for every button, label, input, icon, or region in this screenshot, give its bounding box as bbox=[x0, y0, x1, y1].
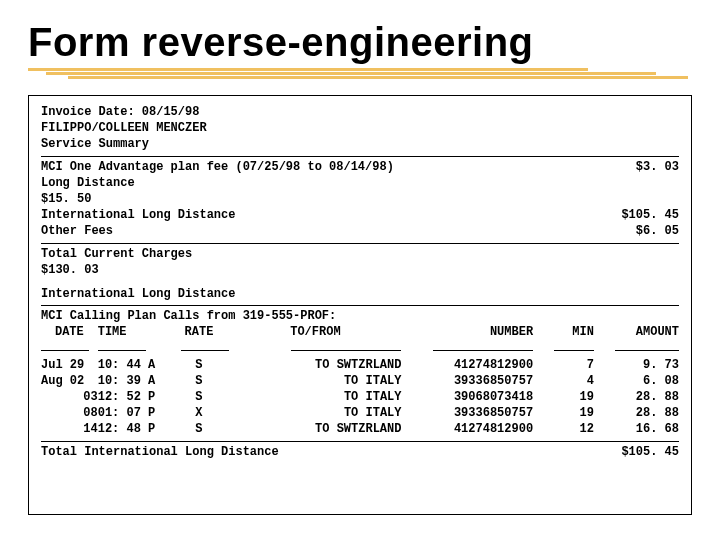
cell-amount: 16. 68 bbox=[594, 421, 679, 437]
cell-tofrom: TO ITALY bbox=[229, 405, 401, 421]
cell-number: 41274812900 bbox=[401, 357, 533, 373]
ild-total-row: Total International Long Distance $105. … bbox=[41, 444, 679, 460]
cell-date: 14 bbox=[41, 421, 98, 437]
spacer bbox=[41, 278, 679, 286]
cell-rate: S bbox=[169, 421, 230, 437]
fee-row: $15. 50 bbox=[41, 191, 679, 207]
fee-label: International Long Distance bbox=[41, 207, 621, 223]
ild-section-label: International Long Distance bbox=[41, 286, 679, 302]
cell-date: 08 bbox=[41, 405, 98, 421]
cell-amount: 6. 08 bbox=[594, 373, 679, 389]
slide: Form reverse-engineering Invoice Date: 0… bbox=[0, 0, 720, 540]
cell-min: 12 bbox=[533, 421, 594, 437]
table-row: 1412: 48 PSTO SWTZRLAND412748129001216. … bbox=[41, 421, 679, 437]
fee-label: MCI One Advantage plan fee (07/25/98 to … bbox=[41, 159, 636, 175]
accent-underline bbox=[28, 68, 692, 78]
cell-time: 12: 48 P bbox=[98, 421, 169, 437]
customer-name: FILIPPO/COLLEEN MENCZER bbox=[41, 120, 679, 136]
ild-total-label: Total International Long Distance bbox=[41, 444, 621, 460]
cell-time: 12: 52 P bbox=[98, 389, 169, 405]
cell-date: 03 bbox=[41, 389, 98, 405]
cell-amount: 9. 73 bbox=[594, 357, 679, 373]
cell-rate: S bbox=[169, 389, 230, 405]
cell-min: 7 bbox=[533, 357, 594, 373]
calls-table: DATE TIME RATE TO/FROM NUMBER MIN AMOUNT bbox=[41, 324, 679, 437]
table-row: Jul 2910: 44 ASTO SWTZRLAND4127481290079… bbox=[41, 357, 679, 373]
col-rate: RATE bbox=[169, 324, 230, 340]
calls-source-line: MCI Calling Plan Calls from 319-555-PROF… bbox=[41, 308, 679, 324]
col-time: TIME bbox=[98, 324, 169, 340]
col-tofrom: TO/FROM bbox=[229, 324, 401, 340]
cell-time: 10: 44 A bbox=[98, 357, 169, 373]
divider bbox=[41, 156, 679, 157]
table-row: 0312: 52 PSTO ITALY390680734181928. 88 bbox=[41, 389, 679, 405]
cell-date: Jul 29 bbox=[41, 357, 98, 373]
fee-row: Long Distance bbox=[41, 175, 679, 191]
cell-rate: S bbox=[169, 357, 230, 373]
cell-number: 39336850757 bbox=[401, 405, 533, 421]
ild-total-amount: $105. 45 bbox=[621, 444, 679, 460]
fee-amount: $105. 45 bbox=[621, 207, 679, 223]
invoice-date-line: Invoice Date: 08/15/98 bbox=[41, 104, 679, 120]
col-date: DATE bbox=[41, 324, 98, 340]
divider bbox=[41, 305, 679, 306]
cell-tofrom: TO SWTZRLAND bbox=[229, 357, 401, 373]
slide-title: Form reverse-engineering bbox=[28, 20, 692, 65]
cell-min: 4 bbox=[533, 373, 594, 389]
cell-min: 19 bbox=[533, 389, 594, 405]
col-number: NUMBER bbox=[401, 324, 533, 340]
table-row: Aug 0210: 39 ASTO ITALY3933685075746. 08 bbox=[41, 373, 679, 389]
col-min: MIN bbox=[533, 324, 594, 340]
fee-label: Long Distance bbox=[41, 175, 679, 191]
table-header-underline bbox=[41, 340, 679, 356]
fee-row: Other Fees$6. 05 bbox=[41, 223, 679, 239]
cell-date: Aug 02 bbox=[41, 373, 98, 389]
total-charges-amount: $130. 03 bbox=[41, 262, 679, 278]
cell-tofrom: TO ITALY bbox=[229, 389, 401, 405]
cell-time: 01: 07 P bbox=[98, 405, 169, 421]
cell-amount: 28. 88 bbox=[594, 389, 679, 405]
cell-time: 10: 39 A bbox=[98, 373, 169, 389]
cell-number: 41274812900 bbox=[401, 421, 533, 437]
cell-tofrom: TO SWTZRLAND bbox=[229, 421, 401, 437]
table-row: 0801: 07 PXTO ITALY393368507571928. 88 bbox=[41, 405, 679, 421]
divider bbox=[41, 441, 679, 442]
fee-amount: $3. 03 bbox=[636, 159, 679, 175]
cell-rate: X bbox=[169, 405, 230, 421]
fee-label: $15. 50 bbox=[41, 191, 679, 207]
divider bbox=[41, 243, 679, 244]
cell-number: 39068073418 bbox=[401, 389, 533, 405]
cell-amount: 28. 88 bbox=[594, 405, 679, 421]
col-amount: AMOUNT bbox=[594, 324, 679, 340]
fee-label: Other Fees bbox=[41, 223, 636, 239]
cell-min: 19 bbox=[533, 405, 594, 421]
cell-number: 39336850757 bbox=[401, 373, 533, 389]
invoice-panel: Invoice Date: 08/15/98 FILIPPO/COLLEEN M… bbox=[28, 95, 692, 515]
fee-row: International Long Distance$105. 45 bbox=[41, 207, 679, 223]
fee-row: MCI One Advantage plan fee (07/25/98 to … bbox=[41, 159, 679, 175]
fee-list: MCI One Advantage plan fee (07/25/98 to … bbox=[41, 159, 679, 240]
cell-rate: S bbox=[169, 373, 230, 389]
table-header-row: DATE TIME RATE TO/FROM NUMBER MIN AMOUNT bbox=[41, 324, 679, 340]
total-charges-label: Total Current Charges bbox=[41, 246, 679, 262]
cell-tofrom: TO ITALY bbox=[229, 373, 401, 389]
service-summary-label: Service Summary bbox=[41, 136, 679, 152]
fee-amount: $6. 05 bbox=[636, 223, 679, 239]
